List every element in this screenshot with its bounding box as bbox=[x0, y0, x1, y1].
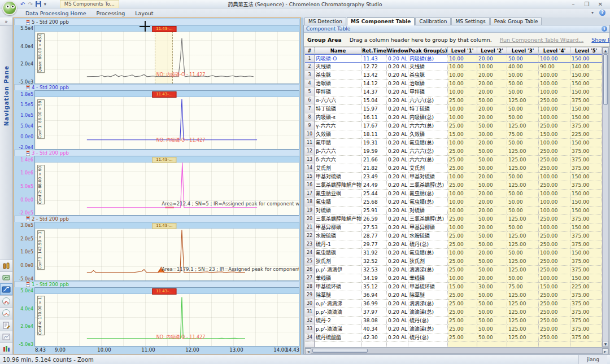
retention-flag[interactable]: 11.43-... bbox=[152, 223, 176, 229]
table-row[interactable]: 10久效磷18.110.20 AL久效磷15.0030.0075.00150.0… bbox=[305, 130, 602, 139]
undo-icon[interactable]: ↶ bbox=[20, 1, 25, 7]
data-processing-icon[interactable] bbox=[0, 283, 12, 295]
table-row[interactable]: 15甲基对硫磷23.490.20 AL甲基对硫磷10.0020.0050.001… bbox=[305, 173, 602, 181]
panel-title-bar[interactable]: 1 - Std 200 ppb bbox=[14, 281, 299, 287]
spectra-plot-icon[interactable] bbox=[0, 331, 12, 343]
plot-area[interactable]: 11.43-...Conf 1: 88.00 > 59.0 @ 20VNO: 内… bbox=[34, 90, 299, 150]
column-header-ret-time[interactable]: Ret.Time▲ bbox=[362, 47, 387, 54]
column-header-level-4-[interactable]: Level '4' bbox=[539, 47, 570, 54]
column-header-level-1-[interactable]: Level '1' bbox=[448, 47, 477, 54]
table-row[interactable]: 25狄氏剂32.520.20 AL狄氏剂25.0050.00125.00250.… bbox=[305, 257, 602, 266]
table-row[interactable]: 19对硫磷25.910.20 AL对硫磷10.0020.0050.00100.0… bbox=[305, 207, 602, 215]
table-row[interactable]: 17氟虫腈亚砜25.440.20 AL氟虫腈(总)10.0020.0050.00… bbox=[305, 190, 602, 198]
peak-review-icon[interactable] bbox=[0, 307, 12, 319]
table-row[interactable]: 11氟甲腈19.310.20 AL氟虫腈(总)10.0020.0050.0010… bbox=[305, 139, 602, 147]
table-row[interactable]: 2灭线磷12.720.20 AL灭线磷10.0010.0040.0090.001… bbox=[305, 63, 602, 71]
scroll-right-icon[interactable]: ► bbox=[602, 348, 608, 354]
column-header-level-3-[interactable]: Level '3' bbox=[507, 47, 539, 54]
table-row[interactable]: 20三氯杀螨醇降解产物o,p'26.590.20 AL三氯杀螨醇(总)25.00… bbox=[305, 215, 602, 223]
column-header-num[interactable]: # bbox=[305, 47, 315, 54]
table-row[interactable]: 9γ-六六六17.670.20 AL六六六(总)25.0050.00125.00… bbox=[305, 122, 602, 130]
table-row[interactable]: 6α-六六六15.040.20 AL六六六(总)25.0050.00125.00… bbox=[305, 97, 602, 105]
plot-area[interactable]: 11.43-...Conf 4: 170.00 > 114.0 @ 8VNO: … bbox=[34, 287, 299, 347]
tab-ms-settings[interactable]: MS Settings bbox=[451, 17, 489, 25]
table-row[interactable]: 33p,p'-滴滴涕40.340.20 AL滴滴涕(总)25.0050.0012… bbox=[305, 325, 602, 334]
retention-flag[interactable]: 11.43-... bbox=[152, 157, 176, 163]
scroll-left-icon[interactable]: ◄ bbox=[305, 348, 311, 354]
table-row[interactable]: 3杀虫脒13.420.20 AL杀虫脒10.0020.0050.00100.00… bbox=[305, 71, 602, 80]
show-properties-link[interactable]: Show Properties bbox=[591, 37, 609, 43]
panel-title-bar[interactable]: 3 - Std 200 ppb bbox=[14, 150, 299, 156]
retention-flag[interactable]: 11.43-... bbox=[152, 91, 176, 98]
vertical-scrollbar[interactable]: ▲ ▼ bbox=[602, 47, 608, 347]
column-header-level-5-[interactable]: Level '5' bbox=[570, 47, 602, 54]
ribbon-tab-layout[interactable]: Layout bbox=[130, 9, 158, 17]
app-logo-icon[interactable] bbox=[2, 1, 17, 15]
run-wizard-link[interactable]: Run Component Table Wizard... bbox=[500, 37, 583, 43]
table-row[interactable]: 23硫丹-129.770.20 AL硫丹(总)25.0050.00125.002… bbox=[305, 240, 602, 249]
retention-flag[interactable]: 11.43-... bbox=[152, 288, 176, 295]
horizontal-scroll-thumb[interactable] bbox=[312, 349, 368, 353]
table-row[interactable]: 4治螟磷14.120.20 AL治螟磷10.0020.0050.00100.00… bbox=[305, 80, 602, 88]
info-icon[interactable]: i bbox=[602, 26, 607, 32]
plot-area[interactable]: 11.43-...Quan: 88.00 > 45.0 @ 8VNO: 内吸磷-… bbox=[34, 25, 299, 84]
ribbon-tab-data-processing-home[interactable]: Data Processing Home bbox=[20, 9, 91, 17]
table-row[interactable]: 29除草醚36.940.20 AL除草醚25.0050.00125.00250.… bbox=[305, 291, 602, 300]
minimize-button[interactable]: – bbox=[569, 1, 577, 7]
table-row[interactable]: 13δ-六六六21.660.20 AL六六六(总)25.0050.00125.0… bbox=[305, 156, 602, 164]
peak-quantitation-icon[interactable] bbox=[0, 295, 12, 307]
table-row[interactable]: 16三氯杀螨醇降解产物p,p'24.490.20 AL三氯杀螨醇(总)25.00… bbox=[305, 181, 602, 190]
tab-ms-component-table[interactable]: MS Component Table bbox=[347, 17, 415, 25]
table-row[interactable]: 24氟虫腈砜31.920.20 AL氟虫腈(总)10.0020.0050.001… bbox=[305, 249, 602, 257]
panel-title-bar[interactable]: 5 - Std 200 ppb bbox=[14, 19, 299, 25]
table-row[interactable]: 12β-六六六19.590.20 AL六六六(总)25.0050.00125.0… bbox=[305, 147, 602, 156]
panel-title-bar[interactable]: 4 - Std 200 ppb bbox=[14, 84, 299, 90]
close-button[interactable]: ✕ bbox=[596, 1, 604, 7]
table-row[interactable]: 14艾氏剂21.820.20 AL艾氏剂25.0050.00125.00250.… bbox=[305, 164, 602, 173]
vertical-scroll-thumb[interactable] bbox=[603, 54, 608, 105]
table-row[interactable]: 34硫丹硫酸酯42.300.20 AL硫丹(总)25.0050.00125.00… bbox=[305, 334, 602, 342]
report-designer-icon[interactable] bbox=[0, 319, 12, 331]
library-bars-icon[interactable] bbox=[0, 343, 12, 354]
table-row[interactable]: 1内吸磷-O11.430.20 AL内吸磷(总)10.0020.0050.001… bbox=[305, 54, 602, 63]
table-row[interactable]: 26p,p'-滴滴伊32.530.20 AL滴滴涕(总)25.0050.0012… bbox=[305, 266, 602, 274]
table-row[interactable]: 27苯线磷34.190.20 AL苯线磷10.0020.0050.00100.0… bbox=[305, 274, 602, 283]
table-row[interactable]: 32硫丹-238.080.20 AL硫丹(总)25.0050.00125.002… bbox=[305, 317, 602, 325]
sequence-vials-icon[interactable] bbox=[0, 260, 12, 271]
navigation-pane-label[interactable]: Navigation Pane bbox=[3, 65, 10, 126]
table-row[interactable]: 5甲拌磷14.370.20 AL甲拌磷10.0020.0050.00100.00… bbox=[305, 88, 602, 97]
table-row[interactable]: 22水胺硫磷28.770.20 AL水胺硫磷25.0050.00125.0025… bbox=[305, 232, 602, 240]
table-row-partial[interactable] bbox=[305, 342, 602, 348]
ribbon-tab-processing[interactable]: Processing bbox=[91, 9, 130, 17]
plot-area[interactable]: 11.43-...Conf 3: 142.50 > 114.9 @ 6VArea… bbox=[34, 222, 299, 281]
table-row[interactable]: 7特丁硫磷15.970.20 AL特丁硫磷10.0020.0050.00100.… bbox=[305, 105, 602, 113]
scroll-down-icon[interactable]: ▼ bbox=[603, 341, 608, 347]
tab-peak-group-table[interactable]: Peak Group Table bbox=[490, 17, 542, 25]
tab-ms-detection[interactable]: MS Detection bbox=[304, 17, 346, 25]
instrument-icon[interactable] bbox=[0, 271, 12, 283]
table-row[interactable]: 21甲基异柳磷27.530.20 AL甲基异柳磷10.0020.0050.001… bbox=[305, 223, 602, 232]
help-icon[interactable]: ? bbox=[599, 10, 605, 16]
collapse-ribbon-icon[interactable]: ▾ bbox=[591, 10, 594, 15]
column-header-level-2-[interactable]: Level '2' bbox=[477, 47, 507, 54]
table-row[interactable]: 31p,p'-滴滴滴37.970.20 AL滴滴涕(总)25.0050.0012… bbox=[305, 308, 602, 317]
table-row[interactable]: 18氟虫腈25.680.20 AL氟虫腈(总)10.0020.0050.0010… bbox=[305, 198, 602, 207]
save-icon[interactable] bbox=[36, 1, 41, 7]
contextual-tab-group[interactable]: MS Components To... bbox=[60, 0, 119, 8]
table-row[interactable]: 28甲基硫环磷35.120.20 AL甲基硫环磷15.0030.0075.001… bbox=[305, 283, 602, 291]
retention-flag[interactable]: 11.43-... bbox=[152, 26, 176, 32]
expand-nav-pane-button[interactable]: » bbox=[0, 17, 12, 26]
table-row[interactable]: 30o,p'-滴滴涕36.990.20 AL滴滴涕(总)25.0050.0012… bbox=[305, 300, 602, 308]
tab-calibration[interactable]: Calibration bbox=[415, 17, 451, 25]
restore-button[interactable]: ❐ bbox=[583, 1, 591, 7]
plot-area[interactable]: 11.43-...Conf 2: 88.00 > 60.0 @ 4VArea=2… bbox=[34, 156, 299, 215]
qat-dropdown-icon[interactable]: ▾ bbox=[44, 2, 46, 7]
horizontal-scrollbar[interactable]: ◄ ► bbox=[304, 348, 609, 354]
redo-icon[interactable]: ↷ bbox=[28, 1, 32, 7]
column-header-peak-group-s-[interactable]: Peak Group(s) bbox=[408, 47, 448, 54]
table-row[interactable]: 8内吸磷-s16.110.20 AL内吸磷(总)10.0020.0050.001… bbox=[305, 113, 602, 122]
column-header-window[interactable]: Window bbox=[387, 47, 408, 54]
scroll-up-icon[interactable]: ▲ bbox=[603, 47, 608, 54]
column-header-name[interactable]: Name bbox=[315, 47, 362, 54]
panel-title-bar[interactable]: 2 - Std 200 ppb bbox=[14, 216, 299, 222]
